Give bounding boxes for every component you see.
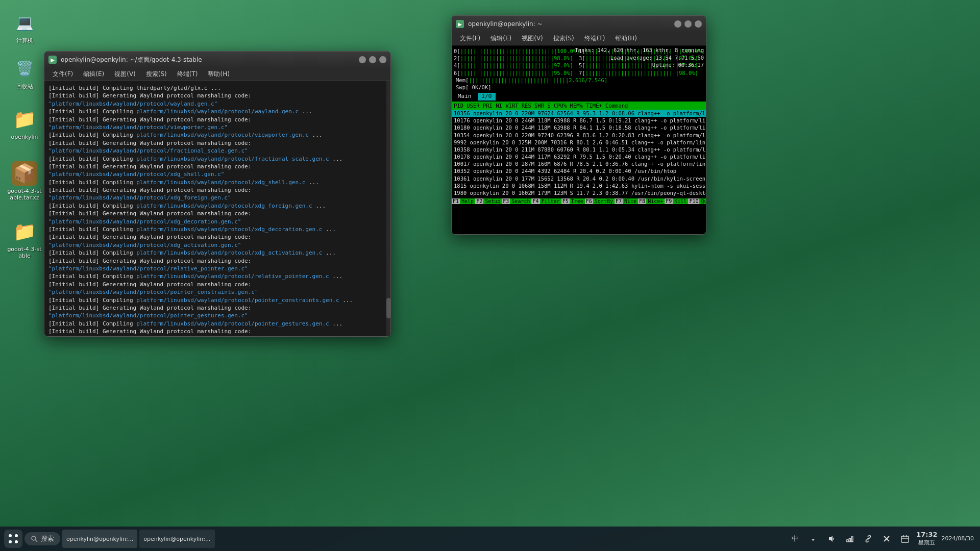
desktop-icon-openkylin[interactable]: 📁 openkylin [4,104,45,143]
menu-help-1[interactable]: 帮助(H) [204,69,233,80]
svg-rect-12 [901,536,909,542]
minimize-button-1[interactable] [359,56,366,63]
taskbar-terminal1-btn[interactable]: openkylin@openkylin:... [62,530,137,548]
date-display: 2024/08/30 [942,535,974,542]
archive-icon: 📦 [12,161,37,186]
close-button-2[interactable] [695,20,702,28]
taskbar-terminal2-btn[interactable]: openkylin@openkylin:... [139,530,214,548]
menu-search-1[interactable]: 搜索(S) [142,69,171,80]
menu-view-2[interactable]: 视图(V) [518,33,547,44]
volume-icon[interactable] [824,532,839,546]
taskbar: 搜索 openkylin@openkylin:... openkylin@ope… [0,527,980,551]
terminal-app-icon: ▶ [48,56,57,64]
trash-label: 回收站 [16,83,33,90]
trash-icon: 🗑️ [12,56,37,81]
taskbar-search-label: 搜索 [41,534,54,543]
desktop-icon-godot-tar[interactable]: 📦 godot-4.3-stable.tar.xz [4,158,45,204]
taskbar-term2-label: openkylin@openkylin:... [143,536,210,542]
full-date: 2024/08/30 [942,535,974,542]
link-icon[interactable] [861,532,875,546]
taskbar-term1-label: openkylin@openkylin:... [66,536,133,542]
desktop-icon-trash[interactable]: 🗑️ 回收站 [4,53,45,93]
desktop-icon-computer[interactable]: 💻 计算机 [4,7,45,47]
svg-rect-8 [849,538,851,542]
search-icon [31,535,38,542]
desktop: 💻 计算机 🗑️ 回收站 📁 openkylin 📦 godot-4.3-sta… [0,0,980,551]
terminal-window-1: ▶ openkylin@openkylin: ~/桌面/godot-4.3-st… [44,51,391,337]
close-tray-icon[interactable] [879,532,894,546]
svg-rect-7 [847,540,848,542]
computer-icon: 💻 [12,10,37,35]
scrollbar-1[interactable] [386,81,390,336]
svg-marker-6 [829,536,832,542]
clock-display[interactable]: 17:32 星期五 [916,531,937,546]
openkylin-label: openkylin [11,134,38,140]
svg-rect-9 [851,537,853,542]
svg-point-4 [32,536,36,540]
htop-content: 0[||||||||||||||||||||||||||||||100.0%]1… [452,45,706,234]
menu-help-2[interactable]: 帮助(H) [611,33,641,44]
menu-edit-2[interactable]: 编辑(E) [486,33,516,44]
maximize-button-1[interactable] [369,56,376,63]
menu-file-1[interactable]: 文件(F) [48,69,77,80]
folder-icon: 📁 [12,107,37,132]
time-display: 17:32 [916,531,937,539]
titlebar-2: ▶ openkylin@openkylin: ~ [452,16,706,32]
terminal-title-2: openkylin@openkylin: ~ [468,20,670,28]
menu-edit-1[interactable]: 编辑(E) [79,69,108,80]
taskbar-left: 搜索 openkylin@openkylin:... openkylin@ope… [0,530,219,548]
godot-tar-label: godot-4.3-stable.tar.xz [7,188,42,201]
menu-file-2[interactable]: 文件(F) [456,33,484,44]
taskbar-right: 中 [781,531,980,546]
input-method-icon[interactable]: 中 [788,532,802,546]
close-button-1[interactable] [379,56,386,63]
menubar-2: 文件(F) 编辑(E) 视图(V) 搜索(S) 终端(T) 帮助(H) [452,32,706,45]
svg-point-3 [15,540,18,543]
svg-line-5 [36,540,38,542]
taskbar-search[interactable]: 搜索 [24,532,60,545]
svg-point-0 [9,534,12,537]
godot-folder-icon: 📁 [12,219,37,244]
svg-point-2 [9,540,12,543]
terminal-content-1: [Initial build] Compiling thirdparty/gla… [44,81,390,336]
menu-search-2[interactable]: 搜索(S) [549,33,578,44]
htop-body: 0[||||||||||||||||||||||||||||||100.0%]1… [452,45,706,234]
minimize-button-2[interactable] [674,20,681,28]
godot-folder-label: godot-4.3-stable [7,246,42,259]
terminal-app-icon-2: ▶ [456,20,464,28]
terminal-body-1: [Initial build] Compiling thirdparty/gla… [44,81,390,336]
menu-terminal-2[interactable]: 终端(T) [580,33,609,44]
menu-view-1[interactable]: 视图(V) [110,69,140,80]
terminal-window-2: ▶ openkylin@openkylin: ~ 文件(F) 编辑(E) 视图(… [451,15,706,235]
desktop-icon-godot-folder[interactable]: 📁 godot-4.3-stable [4,216,45,262]
window-controls-2[interactable] [674,20,702,28]
wifi-icon[interactable] [806,532,820,546]
menubar-1: 文件(F) 编辑(E) 视图(V) 搜索(S) 终端(T) 帮助(H) [44,68,390,81]
svg-point-1 [15,534,18,537]
network-icon[interactable] [843,532,857,546]
scrollbar-thumb-1[interactable] [386,298,390,318]
titlebar-1: ▶ openkylin@openkylin: ~/桌面/godot-4.3-st… [44,52,390,68]
menu-terminal-1[interactable]: 终端(T) [173,69,202,80]
app-launcher-icon[interactable] [4,530,22,548]
weekday-display: 星期五 [916,539,937,546]
terminal-title-1: openkylin@openkylin: ~/桌面/godot-4.3-stab… [61,56,355,64]
window-controls-1[interactable] [359,56,386,63]
computer-label: 计算机 [16,37,33,44]
calendar-icon[interactable] [898,532,912,546]
maximize-button-2[interactable] [684,20,692,28]
